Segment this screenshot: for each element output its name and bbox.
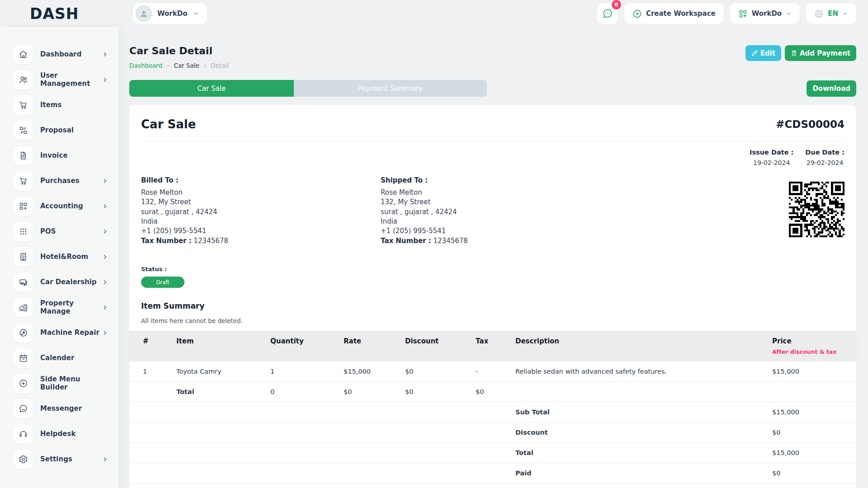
chevron-right-icon <box>102 178 108 184</box>
sidebar-item-proposal[interactable]: Proposal <box>0 117 118 143</box>
sidebar-item-pos[interactable]: POS <box>0 219 118 244</box>
document-icon <box>19 151 28 160</box>
pencil-icon <box>751 50 758 56</box>
summary-label: Paid <box>513 463 769 483</box>
calendar-icon <box>19 353 28 363</box>
proposal-icon <box>19 126 28 135</box>
sidebar-item-user-management[interactable]: User Management <box>0 67 118 92</box>
sidebar-item-invoice[interactable]: Invoice <box>0 143 118 168</box>
tabs-row: Car Sale Payment Summary Download <box>129 80 856 97</box>
sidebar-item-dashboard[interactable]: Dashboard <box>0 42 118 67</box>
workspace-name: WorkDo <box>157 9 187 18</box>
chat-icon <box>19 404 28 413</box>
sidebar-item-label: User Management <box>40 71 102 88</box>
chevron-right-icon <box>102 253 108 260</box>
edit-button[interactable]: Edit <box>745 45 781 61</box>
sidebar-item-label: Car Dealership <box>40 278 97 286</box>
items-total-row: Total 0 $0 $0 $0 <box>129 382 856 402</box>
sidebar-item-label: Purchases <box>40 177 80 185</box>
breadcrumb-dashboard[interactable]: Dashboard <box>129 62 162 69</box>
shipped-to-phone: +1 (205) 995-5541 <box>381 226 620 236</box>
chevron-down-icon <box>842 11 848 17</box>
page-header: Car Sale Detail Dashboard › Car Sale › D… <box>129 45 856 69</box>
cart-icon <box>19 176 28 186</box>
sidebar-item-label: Machine Repair <box>40 328 99 337</box>
sidebar-item-purchases[interactable]: Purchases <box>0 168 118 193</box>
sidebar-item-label: Side Menu Builder <box>40 375 102 391</box>
main-content: Car Sale Detail Dashboard › Car Sale › D… <box>118 27 868 488</box>
chevron-right-icon <box>102 329 108 336</box>
sidebar-item-hotel-room[interactable]: Hotel&Room <box>0 244 118 269</box>
language-selector[interactable]: EN <box>806 3 856 24</box>
invoice-card: Car Sale #CDS00004 Issue Date : 19-02-20… <box>129 105 856 488</box>
invoice-title: Car Sale <box>141 117 196 131</box>
billed-to-tax-number: 12345678 <box>194 237 228 245</box>
app-logo[interactable]: DASH <box>0 6 118 21</box>
sidebar-item-items[interactable]: Items <box>0 92 118 117</box>
issue-date-value: 19-02-2024 <box>750 159 793 166</box>
tabs: Car Sale Payment Summary <box>129 80 487 97</box>
sidebar-item-label: Proposal <box>40 126 74 134</box>
avatar <box>136 5 152 22</box>
sidebar-item-helpdesk[interactable]: Helpdesk <box>0 421 118 446</box>
breadcrumb-car-sale[interactable]: Car Sale <box>174 62 199 69</box>
cart-icon <box>19 100 28 110</box>
qr-code <box>789 182 844 237</box>
topbar-actions: 0 Create Workspace WorkDo EN <box>597 3 868 24</box>
invoice-number: #CDS00004 <box>776 118 844 130</box>
create-workspace-button[interactable]: Create Workspace <box>624 3 724 24</box>
summary-value: $15,000 <box>769 402 856 422</box>
item-summary-note: All items here cannot be deleted. <box>141 317 844 324</box>
clipboard-icon <box>791 50 797 56</box>
shipped-to-tax-number: 12345678 <box>434 237 468 245</box>
sidebar-item-messenger[interactable]: Messenger <box>0 396 118 421</box>
sidebar: Dashboard User Management Items Proposal… <box>0 27 118 488</box>
sidebar-item-side-menu-builder[interactable]: Side Menu Builder <box>0 371 118 396</box>
sidebar-item-machine-repair[interactable]: Machine Repair <box>0 320 118 345</box>
status-badge: Draft <box>141 277 184 288</box>
tab-payment-summary[interactable]: Payment Summary <box>294 80 487 97</box>
chevron-right-icon <box>102 51 108 58</box>
page-title: Car Sale Detail <box>129 45 229 56</box>
summary-row-total: Total $15,000 <box>129 443 856 463</box>
apps-workdo-button[interactable]: WorkDo <box>730 3 800 24</box>
summary-label: Discount <box>513 422 769 443</box>
sidebar-item-calender[interactable]: Calender <box>0 345 118 371</box>
sidebar-item-settings[interactable]: Settings <box>0 446 118 472</box>
sidebar-item-label: Dashboard <box>40 50 81 58</box>
download-button[interactable]: Download <box>807 80 856 97</box>
summary-value: $15,000 <box>769 443 856 463</box>
breadcrumb-separator: › <box>204 62 206 69</box>
summary-row-due: Due $15,000 <box>129 483 856 488</box>
sidebar-item-label: Helpdesk <box>40 430 75 438</box>
invoice-dates: Issue Date : 19-02-2024 Due Date : 29-02… <box>141 149 844 166</box>
chevron-right-icon <box>102 76 108 83</box>
plus-circle-icon <box>19 379 28 388</box>
sidebar-item-accounting[interactable]: Accounting <box>0 193 118 219</box>
billed-to-phone: +1 (205) 995-5541 <box>141 226 381 236</box>
billed-to-block: Billed To : Rose Melton 132, My Street s… <box>141 176 381 245</box>
summary-value: $0 <box>769 422 856 443</box>
topbar: DASH WorkDo 0 Create Workspace WorkDo <box>0 0 868 27</box>
messages-button[interactable]: 0 <box>597 3 618 24</box>
sidebar-item-label: Items <box>40 101 61 109</box>
sidebar-item-car-dealership[interactable]: Car Dealership <box>0 269 118 295</box>
address-row: Billed To : Rose Melton 132, My Street s… <box>141 176 844 245</box>
sidebar-item-property-manage[interactable]: Property Manage <box>0 295 118 320</box>
col-tax: Tax <box>473 331 513 361</box>
sidebar-item-label: POS <box>40 227 56 235</box>
add-payment-button[interactable]: Add Payment <box>785 45 856 61</box>
summary-row-paid: Paid $0 <box>129 463 856 483</box>
user-icon <box>139 9 148 18</box>
grid-plus-icon <box>19 202 28 211</box>
item-summary-heading: Item Summary <box>141 301 844 310</box>
tab-car-sale[interactable]: Car Sale <box>129 80 294 97</box>
chevron-right-icon <box>102 304 108 311</box>
workspace-selector[interactable]: WorkDo <box>133 3 207 24</box>
summary-label: Sub Total <box>513 402 769 422</box>
headset-icon <box>19 429 28 439</box>
sidebar-item-label: Hotel&Room <box>40 253 88 261</box>
col-item: Item <box>174 331 268 361</box>
globe-icon <box>814 9 824 19</box>
summary-value: $0 <box>769 463 856 483</box>
